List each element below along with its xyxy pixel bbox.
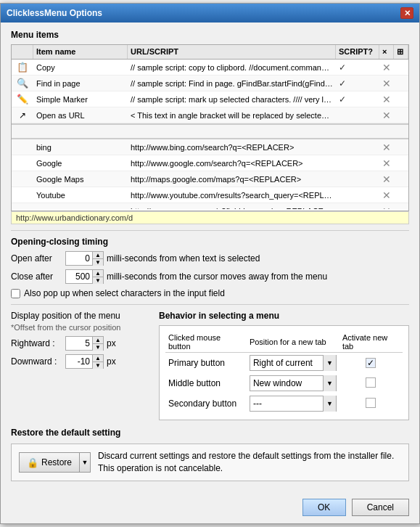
table-body: 📋 Copy // sample script: copy to clipbor…: [12, 60, 408, 209]
open-after-down[interactable]: ▼: [93, 259, 103, 266]
rightward-down[interactable]: ▼: [93, 344, 103, 351]
behavior-section: Behavior in selecting a menu Clicked mou…: [159, 311, 409, 425]
dropdown-arrow-icon[interactable]: ▼: [323, 355, 336, 371]
open-after-input[interactable]: ▲ ▼: [65, 251, 104, 266]
row-icon: 📋: [12, 60, 33, 74]
middle-position-select[interactable]: New window ▼: [250, 375, 337, 391]
row-name: Simple Marker: [33, 94, 128, 105]
middle-position-value: New window: [250, 378, 323, 388]
dialog-body: Menu items Item name URL/SCRIPT SCRIPT? …: [1, 23, 419, 494]
primary-position-dropdown[interactable]: Right of current ▼: [247, 353, 339, 374]
input-field-checkbox-row: Also pop up when select characters in th…: [11, 288, 409, 298]
table-row[interactable]: ✏️ Simple Marker // sample script: mark …: [12, 91, 408, 107]
col-script: SCRIPT?: [336, 45, 379, 59]
row-url: http://www.amazon.com/s?field-keywords=<…: [128, 205, 336, 210]
col-icon: [12, 45, 33, 59]
row-extra: [394, 66, 408, 69]
secondary-position-select[interactable]: --- ▼: [250, 396, 337, 412]
menu-items-label: Menu items: [11, 30, 409, 40]
rightward-row: Rightward : ▲ ▼ px: [11, 336, 149, 351]
secondary-activate-checkbox[interactable]: [366, 398, 376, 408]
row-script: [336, 178, 379, 181]
col-url: URL/SCRIPT: [128, 45, 336, 59]
secondary-position-dropdown[interactable]: --- ▼: [247, 393, 339, 414]
separator-cell: [394, 130, 408, 133]
secondary-activate-cell: [339, 393, 403, 414]
middle-activate-checkbox[interactable]: [366, 377, 376, 388]
dropdown-arrow-icon[interactable]: ▼: [323, 396, 336, 412]
table-row[interactable]: Youtube http://www.youtube.com/results?s…: [12, 187, 408, 203]
row-icon: [12, 194, 33, 197]
downward-input[interactable]: ▲ ▼: [65, 354, 104, 369]
row-script: ✓: [336, 61, 379, 74]
secondary-position-value: ---: [250, 399, 323, 409]
row-delete[interactable]: ✕: [379, 156, 394, 171]
row-delete[interactable]: ✕: [379, 108, 394, 123]
rightward-up[interactable]: ▲: [93, 337, 103, 344]
row-delete[interactable]: ✕: [379, 188, 394, 203]
tooltip-bar: http://www.urbandictionary.com/d: [11, 211, 409, 224]
restore-button[interactable]: 🔒 Restore: [19, 452, 79, 473]
row-delete[interactable]: ✕: [379, 60, 394, 75]
row-name: Find in page: [33, 78, 128, 89]
close-after-up[interactable]: ▲: [93, 270, 103, 277]
table-row[interactable]: 🔍 Find in page // sample script: Find in…: [12, 75, 408, 91]
primary-position-select[interactable]: Right of current ▼: [250, 355, 337, 371]
ok-button[interactable]: OK: [302, 499, 346, 516]
rightward-input[interactable]: ▲ ▼: [65, 336, 104, 351]
close-after-spinners: ▲ ▼: [92, 270, 103, 283]
middle-position-dropdown[interactable]: New window ▼: [247, 373, 339, 393]
cancel-button[interactable]: Cancel: [352, 499, 409, 516]
row-url: http://www.youtube.com/results?search_qu…: [128, 189, 336, 201]
open-after-up[interactable]: ▲: [93, 252, 103, 259]
display-position-sublabel: *Offset from the cursor position: [11, 323, 149, 332]
table-row[interactable]: bing http://www.bing.com/search?q=<REPLA…: [12, 139, 408, 155]
row-script: ✓: [336, 77, 379, 90]
row-delete[interactable]: ✕: [379, 172, 394, 187]
open-after-row: Open after ▲ ▼ milli-seconds from when t…: [11, 251, 409, 266]
separator-cell: [12, 130, 33, 133]
table-header: Item name URL/SCRIPT SCRIPT? × ⊞: [12, 45, 408, 60]
col-del: ×: [379, 45, 394, 59]
close-after-down[interactable]: ▼: [93, 277, 103, 284]
downward-field[interactable]: [66, 355, 92, 368]
downward-up[interactable]: ▲: [93, 355, 103, 362]
table-row[interactable]: Google http://www.google.com/search?q=<R…: [12, 155, 408, 171]
input-field-checkbox[interactable]: [11, 289, 20, 298]
dialog-window: ClicklessMenu Options ✕ Menu items Item …: [0, 3, 420, 524]
table-row[interactable]: 📋 Copy // sample script: copy to clipbor…: [12, 60, 408, 75]
row-script: ✓: [336, 93, 379, 106]
row-delete[interactable]: ✕: [379, 92, 394, 107]
downward-spinners: ▲ ▼: [92, 355, 103, 368]
lock-icon: 🔒: [27, 457, 38, 468]
row-extra: [394, 194, 408, 197]
row-name: Youtube: [33, 189, 128, 201]
close-after-unit: milli-seconds from the cursor moves away…: [107, 271, 327, 282]
restore-btn-wrap: 🔒 Restore ▼: [19, 452, 91, 473]
row-delete[interactable]: ✕: [379, 140, 394, 155]
open-after-field[interactable]: [66, 252, 92, 265]
close-after-label: Close after: [11, 271, 65, 282]
dropdown-arrow-icon[interactable]: ▼: [323, 375, 336, 391]
rightward-field[interactable]: [66, 337, 92, 350]
row-delete[interactable]: ✕: [379, 204, 394, 210]
row-delete[interactable]: ✕: [379, 76, 394, 91]
row-script: [336, 194, 379, 197]
downward-down[interactable]: ▼: [93, 362, 103, 369]
row-url: http://www.bing.com/search?q=<REPLACER>: [128, 142, 336, 153]
table-row-separator: [12, 123, 408, 139]
close-after-input[interactable]: ▲ ▼: [65, 269, 104, 284]
row-url: // sample script: copy to clipbord. //do…: [128, 62, 336, 73]
restore-button-label: Restore: [41, 457, 72, 467]
table-row[interactable]: ↗ Open as URL < This text in angle brack…: [12, 107, 408, 123]
restore-dropdown-arrow[interactable]: ▼: [79, 452, 91, 473]
close-after-field[interactable]: [66, 270, 92, 283]
separator-cell: [33, 130, 128, 133]
primary-activate-checkbox[interactable]: ✓: [366, 358, 376, 368]
separator-cell: [128, 130, 336, 133]
row-url: // sample script: mark up selected chara…: [128, 94, 336, 105]
table-row[interactable]: amazon http://www.amazon.com/s?field-key…: [12, 203, 408, 209]
table-row[interactable]: Google Maps http://maps.google.com/maps?…: [12, 171, 408, 187]
restore-desc-line1: Discard current settings and restore the…: [98, 450, 394, 462]
close-button[interactable]: ✕: [400, 7, 413, 19]
